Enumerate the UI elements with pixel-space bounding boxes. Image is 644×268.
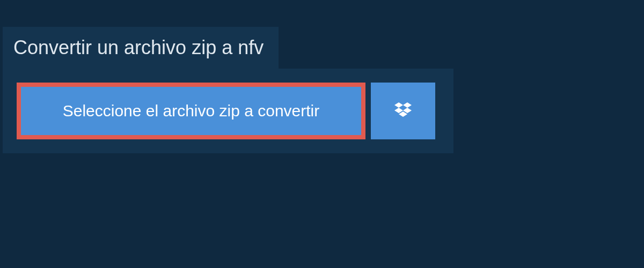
button-row: Seleccione el archivo zip a convertir — [17, 83, 440, 139]
select-file-button[interactable]: Seleccione el archivo zip a convertir — [17, 83, 365, 139]
dropbox-icon — [392, 100, 414, 122]
page-title: Convertir un archivo zip a nfv — [13, 36, 264, 59]
tab-header: Convertir un archivo zip a nfv — [3, 27, 279, 69]
upload-panel: Seleccione el archivo zip a convertir — [3, 69, 453, 153]
dropbox-button[interactable] — [371, 83, 435, 139]
